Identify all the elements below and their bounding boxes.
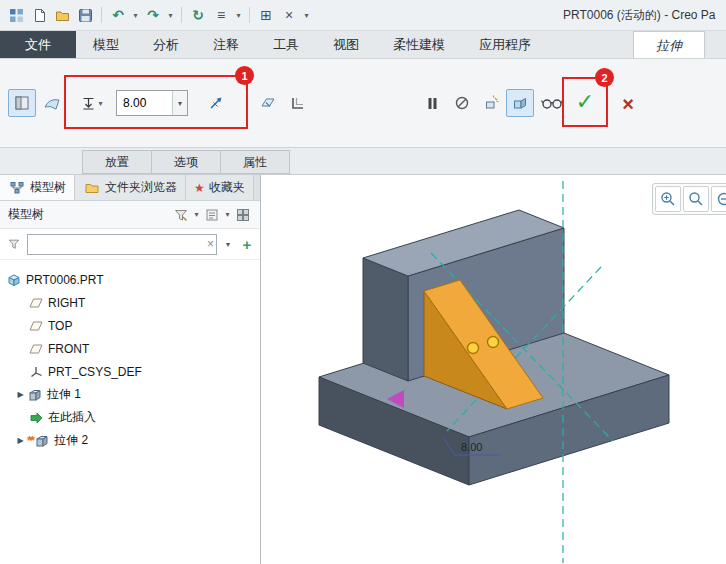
extrude-feature-icon: [34, 434, 50, 448]
regenerate-icon[interactable]: ↻: [188, 5, 208, 25]
depth-dimension-label[interactable]: 8.00: [461, 441, 482, 453]
zoom-in-button[interactable]: [655, 186, 681, 212]
tree-filter-caret-icon[interactable]: ▾: [192, 210, 201, 219]
tree-item-label: RIGHT: [48, 296, 85, 310]
expand-arrow-icon[interactable]: ▶: [14, 436, 27, 445]
zoom-region-button[interactable]: [683, 186, 709, 212]
quick-access-caret-icon[interactable]: ▾: [302, 11, 311, 20]
open-file-icon[interactable]: [52, 5, 72, 25]
clear-search-icon[interactable]: ×: [207, 237, 214, 251]
navigator-tab-label: 收藏夹: [209, 179, 245, 196]
folder-icon: [83, 179, 101, 197]
model-display-icon[interactable]: ≡: [211, 5, 231, 25]
flip-direction-button[interactable]: [202, 89, 230, 117]
tree-item-top-plane[interactable]: TOP: [0, 314, 260, 337]
tab-applications[interactable]: 应用程序: [462, 31, 548, 58]
tab-annotate[interactable]: 注释: [196, 31, 256, 58]
confirm-button[interactable]: ✓: [570, 87, 600, 117]
check-icon: ✓: [576, 91, 594, 113]
new-file-icon[interactable]: [29, 5, 49, 25]
model-tree-icon: [8, 179, 26, 197]
tab-tools[interactable]: 工具: [256, 31, 316, 58]
no-preview-button[interactable]: [448, 89, 476, 117]
redo-icon[interactable]: ↷: [143, 5, 163, 25]
tree-item-front-plane[interactable]: FRONT: [0, 337, 260, 360]
zoom-out-button[interactable]: [711, 186, 726, 212]
pause-button[interactable]: [418, 89, 446, 117]
navigator-tab-model-tree[interactable]: 模型树: [0, 175, 75, 200]
creo-window: ↶ ▾ ↷ ▾ ↻ ≡ ▾ ⊞ × ▾ PRT0006 (活动的) - Creo…: [0, 0, 726, 564]
tree-item-label: PRT_CSYS_DEF: [48, 365, 142, 379]
dashboard-panel-tabs: 放置 选项 属性: [0, 148, 726, 175]
toolbar-separator: [101, 7, 102, 23]
tree-item-right-plane[interactable]: RIGHT: [0, 291, 260, 314]
part-icon: [6, 273, 22, 287]
tab-extrude-active[interactable]: 拉伸: [633, 31, 705, 58]
graphics-viewport[interactable]: 8.00: [261, 175, 726, 564]
tree-item-label: 拉伸 1: [47, 386, 81, 403]
save-icon[interactable]: [75, 5, 95, 25]
attached-preview-button[interactable]: [506, 89, 534, 117]
tree-item-part[interactable]: PRT0006.PRT: [0, 268, 260, 291]
tab-view[interactable]: 视图: [316, 31, 376, 58]
feature-preview-button[interactable]: [478, 89, 506, 117]
callout-1-badge: 1: [235, 66, 254, 85]
tree-item-extrude-1[interactable]: ▶ 拉伸 1: [0, 383, 260, 406]
depth-type-dropdown[interactable]: ▾: [72, 89, 114, 117]
window-title: PRT0006 (活动的) - Creo Pa: [563, 0, 726, 30]
drag-handle[interactable]: [488, 337, 499, 348]
undo-caret-icon[interactable]: ▾: [131, 11, 140, 20]
cancel-button[interactable]: ×: [614, 90, 642, 118]
close-window-icon[interactable]: ×: [279, 5, 299, 25]
depth-type-caret-icon[interactable]: ▾: [96, 99, 105, 108]
tree-item-extrude-2[interactable]: ▶ ** 拉伸 2: [0, 429, 260, 452]
tree-settings-caret-icon[interactable]: ▾: [223, 210, 232, 219]
tab-flexible-modeling[interactable]: 柔性建模: [376, 31, 462, 58]
properties-panel-tab[interactable]: 属性: [220, 150, 290, 174]
tab-analysis[interactable]: 分析: [136, 31, 196, 58]
placement-panel-tab[interactable]: 放置: [82, 150, 152, 174]
drag-handle[interactable]: [468, 343, 479, 354]
main-area: 模型树 文件夹浏览器 ★ 收藏夹 模型树: [0, 175, 726, 564]
tree-item-label: FRONT: [48, 342, 89, 356]
tree-settings-icon[interactable]: [203, 206, 221, 224]
tree-filter-icon[interactable]: [172, 206, 190, 224]
tab-file[interactable]: 文件: [0, 31, 76, 58]
app-menu-icon[interactable]: [6, 5, 26, 25]
toolbar-separator: [181, 7, 182, 23]
view-toolbar: [652, 183, 726, 215]
expand-arrow-icon[interactable]: ▶: [14, 390, 27, 399]
redo-caret-icon[interactable]: ▾: [166, 11, 175, 20]
tree-columns-icon[interactable]: [234, 206, 252, 224]
depth-value-input[interactable]: [117, 96, 172, 110]
options-panel-tab[interactable]: 选项: [151, 150, 221, 174]
model-canvas: 8.00: [261, 175, 726, 564]
tree-item-label: 在此插入: [48, 409, 96, 426]
title-bar: ↶ ▾ ↷ ▾ ↻ ≡ ▾ ⊞ × ▾ PRT0006 (活动的) - Creo…: [0, 0, 726, 31]
depth-value-caret-icon[interactable]: ▾: [172, 91, 187, 115]
navigator-tab-favorites[interactable]: ★ 收藏夹: [186, 175, 254, 200]
remove-material-button[interactable]: [254, 89, 282, 117]
verify-glasses-button[interactable]: [536, 89, 568, 117]
window-icon[interactable]: ⊞: [256, 5, 276, 25]
tree-item-insert-here[interactable]: 在此插入: [0, 406, 260, 429]
extrude-surface-button[interactable]: [38, 89, 66, 117]
csys-icon: [28, 365, 44, 379]
navigator-tabs: 模型树 文件夹浏览器 ★ 收藏夹: [0, 175, 260, 201]
ribbon-tab-bar: 文件 模型 分析 注释 工具 视图 柔性建模 应用程序 拉伸: [0, 31, 726, 59]
tree-search-input[interactable]: [27, 234, 217, 255]
tree-item-csys[interactable]: PRT_CSYS_DEF: [0, 360, 260, 383]
search-options-caret-icon[interactable]: ▾: [221, 240, 235, 249]
add-filter-icon[interactable]: +: [239, 236, 255, 253]
filter-funnel-icon[interactable]: [5, 235, 23, 253]
navigator-panel: 模型树 文件夹浏览器 ★ 收藏夹 模型树: [0, 175, 261, 564]
navigator-tab-label: 模型树: [30, 179, 66, 196]
navigator-tab-folder-browser[interactable]: 文件夹浏览器: [75, 175, 186, 200]
model-display-caret-icon[interactable]: ▾: [234, 11, 243, 20]
extrude-solid-button[interactable]: [8, 89, 36, 117]
thicken-sketch-button[interactable]: [284, 89, 312, 117]
tab-model[interactable]: 模型: [76, 31, 136, 58]
undo-icon[interactable]: ↶: [108, 5, 128, 25]
depth-value-field: ▾: [116, 90, 188, 116]
extrude-dashboard: ▾ ▾ 1 ✓: [0, 59, 726, 148]
